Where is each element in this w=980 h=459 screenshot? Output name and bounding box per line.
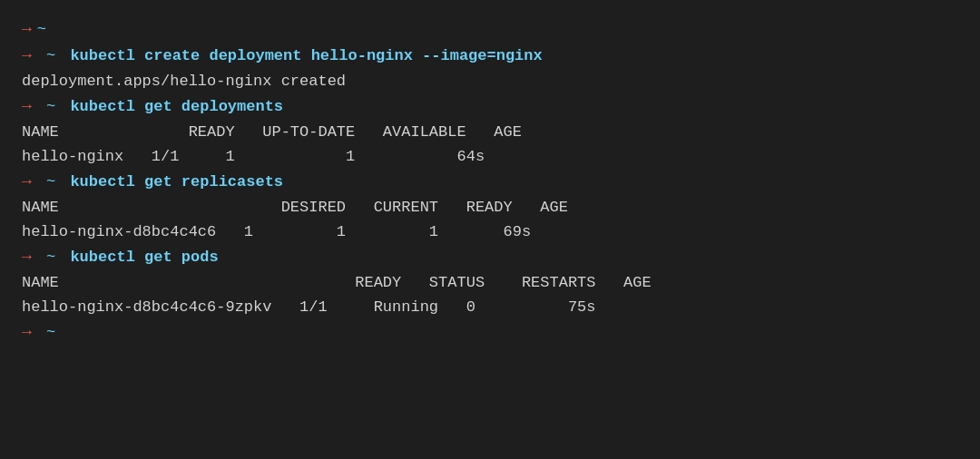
replicasets-row-1: hello-nginx-d8bc4c4c6 1 1 1 69s (22, 220, 958, 244)
terminal-line-2: → ~ kubectl create deployment hello-ngin… (22, 43, 958, 69)
terminal-line-1: → ~ (22, 16, 958, 43)
pods-header: NAME READY STATUS RESTARTS AGE (22, 270, 958, 295)
replicasets-header: NAME DESIRED CURRENT READY AGE (22, 195, 958, 220)
deployments-row-1: hello-nginx 1/1 1 1 64s (22, 144, 958, 169)
prompt-arrow-10: → (22, 244, 32, 270)
terminal-line-7: → ~ kubectl get replicasets (22, 169, 958, 195)
terminal-line-4: → ~ kubectl get deployments (22, 93, 958, 120)
prompt-tilde-4: ~ (37, 94, 65, 119)
prompt-tilde: ~ (37, 17, 46, 42)
pods-row-1: hello-nginx-d8bc4c4c6-9zpkv 1/1 Running … (22, 295, 958, 319)
deployments-header: NAME READY UP-TO-DATE AVAILABLE AGE (22, 120, 958, 144)
prompt-arrow-2: → (22, 43, 32, 69)
prompt-arrow-4: → (22, 93, 32, 120)
command-create-deployment: kubectl create deployment hello-nginx --… (70, 44, 542, 68)
deployments-header-text: NAME READY UP-TO-DATE AVAILABLE AGE (22, 120, 522, 144)
prompt-arrow-last: → (22, 319, 32, 346)
command-get-pods: kubectl get pods (70, 245, 218, 269)
command-get-replicasets: kubectl get replicasets (70, 170, 283, 194)
prompt-tilde-10: ~ (37, 245, 65, 269)
prompt-arrow-7: → (22, 169, 32, 195)
output-created: deployment.apps/hello-nginx created (22, 69, 958, 93)
command-get-deployments: kubectl get deployments (70, 94, 283, 119)
replicasets-header-text: NAME DESIRED CURRENT READY AGE (22, 195, 568, 220)
terminal-line-last: → ~ (22, 319, 958, 346)
prompt-tilde-last: ~ (37, 320, 65, 345)
prompt-tilde-7: ~ (37, 170, 65, 194)
deployments-row-1-text: hello-nginx 1/1 1 1 64s (22, 144, 485, 169)
output-created-text: deployment.apps/hello-nginx created (22, 69, 346, 93)
replicasets-row-1-text: hello-nginx-d8bc4c4c6 1 1 1 69s (22, 220, 531, 244)
prompt-arrow: → (22, 16, 32, 43)
terminal-line-10: → ~ kubectl get pods (22, 244, 958, 270)
pods-row-1-text: hello-nginx-d8bc4c4c6-9zpkv 1/1 Running … (22, 295, 596, 319)
prompt-tilde-2: ~ (37, 44, 65, 68)
terminal: → ~ → ~ kubectl create deployment hello-… (22, 16, 958, 346)
pods-header-text: NAME READY STATUS RESTARTS AGE (22, 270, 652, 295)
